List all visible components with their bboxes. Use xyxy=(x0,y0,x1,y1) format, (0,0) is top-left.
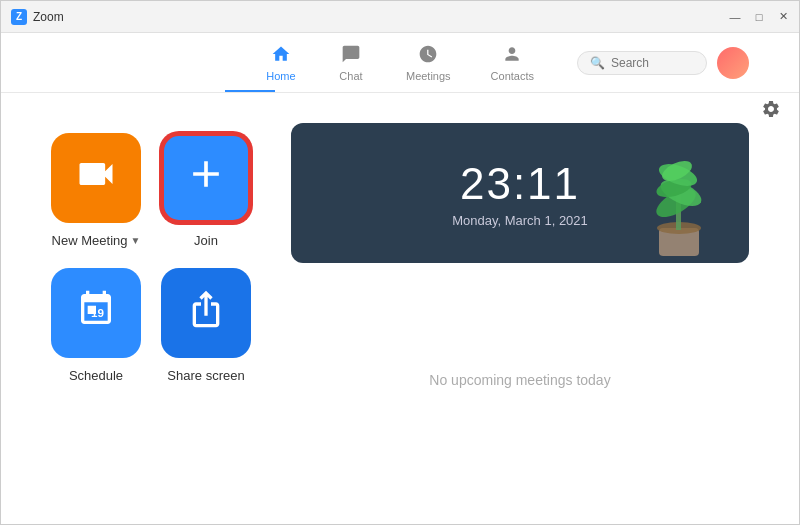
tab-meetings[interactable]: Meetings xyxy=(386,36,471,90)
chat-icon xyxy=(341,44,361,67)
minimize-button[interactable]: — xyxy=(727,9,743,25)
new-meeting-item[interactable]: New Meeting ▼ xyxy=(51,133,141,248)
plus-icon xyxy=(184,152,228,205)
meetings-icon xyxy=(418,44,438,67)
camera-icon xyxy=(74,152,118,205)
chevron-down-icon: ▼ xyxy=(130,235,140,246)
title-bar: Z Zoom — □ ✕ xyxy=(1,1,799,33)
no-meetings-message: No upcoming meetings today xyxy=(291,263,749,496)
nav-bar: Home Chat Meetings Contacts 🔍 xyxy=(1,33,799,93)
nav-tabs: Home Chat Meetings Contacts xyxy=(246,36,554,90)
join-label: Join xyxy=(194,233,218,248)
search-icon: 🔍 xyxy=(590,56,605,70)
nav-active-indicator xyxy=(225,90,275,92)
tab-meetings-label: Meetings xyxy=(406,70,451,82)
search-box[interactable]: 🔍 xyxy=(577,51,707,75)
share-screen-label: Share screen xyxy=(167,368,244,383)
schedule-label: Schedule xyxy=(69,368,123,383)
nav-right: 🔍 xyxy=(577,47,749,79)
tab-chat-label: Chat xyxy=(339,70,362,82)
calendar-icon: 19 xyxy=(76,289,116,338)
schedule-button[interactable]: 19 xyxy=(51,268,141,358)
app-title: Zoom xyxy=(33,10,64,24)
clock-card: 23:11 Monday, March 1, 2021 xyxy=(291,123,749,263)
upcoming-panel: 23:11 Monday, March 1, 2021 No upcoming … xyxy=(291,123,749,496)
new-meeting-button[interactable] xyxy=(51,133,141,223)
tab-home[interactable]: Home xyxy=(246,36,316,90)
share-screen-button[interactable] xyxy=(161,268,251,358)
close-button[interactable]: ✕ xyxy=(775,9,791,25)
home-icon xyxy=(271,44,291,67)
tab-home-label: Home xyxy=(266,70,295,82)
share-screen-item[interactable]: Share screen xyxy=(161,268,251,383)
clock-time: 23:11 xyxy=(460,159,580,209)
tab-chat[interactable]: Chat xyxy=(316,36,386,90)
new-meeting-label: New Meeting ▼ xyxy=(52,233,141,248)
join-button[interactable] xyxy=(161,133,251,223)
join-item[interactable]: Join xyxy=(161,133,251,248)
search-input[interactable] xyxy=(611,56,701,70)
tab-contacts-label: Contacts xyxy=(491,70,534,82)
contacts-icon xyxy=(502,44,522,67)
svg-text:19: 19 xyxy=(91,306,104,319)
plant-decoration xyxy=(609,133,739,263)
share-icon xyxy=(186,289,226,338)
main-content: New Meeting ▼ Join 19 xyxy=(1,93,799,525)
window-controls: — □ ✕ xyxy=(727,9,791,25)
app-icon: Z xyxy=(11,9,27,25)
settings-button[interactable] xyxy=(761,99,781,124)
schedule-item[interactable]: 19 Schedule xyxy=(51,268,141,383)
tab-contacts[interactable]: Contacts xyxy=(471,36,554,90)
maximize-button[interactable]: □ xyxy=(751,9,767,25)
clock-date: Monday, March 1, 2021 xyxy=(452,213,588,228)
user-avatar[interactable] xyxy=(717,47,749,79)
action-grid: New Meeting ▼ Join 19 xyxy=(51,123,251,496)
